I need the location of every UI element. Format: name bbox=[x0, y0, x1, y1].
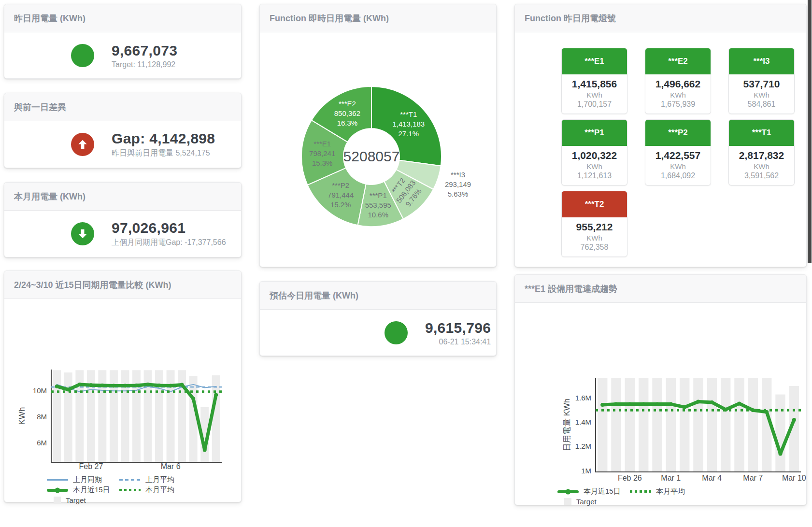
data-point bbox=[614, 402, 618, 406]
svg-text:791,444: 791,444 bbox=[328, 191, 354, 199]
y-axis-title: KWh bbox=[17, 407, 27, 425]
device-tile-grid: ***E11,415,856KWh1,700,157***E21,496,662… bbox=[561, 48, 806, 257]
legend-swatch bbox=[47, 479, 68, 481]
device-tile-unit: KWh bbox=[647, 162, 709, 171]
data-point bbox=[724, 408, 727, 412]
device-tile-P2: ***P21,422,557KWh1,684,092 bbox=[645, 119, 711, 185]
svg-text:553,595: 553,595 bbox=[365, 201, 391, 209]
x-tick-label: Mar 6 bbox=[161, 462, 181, 470]
legend-swatch bbox=[564, 498, 571, 505]
legend-item[interactable]: 本月近15日 bbox=[557, 487, 630, 496]
device-tile-body: 955,212KWh762,358 bbox=[562, 217, 627, 256]
device-tile-body: 1,415,856KWh1,700,157 bbox=[562, 74, 627, 114]
data-point bbox=[697, 400, 700, 404]
svg-text:***P2: ***P2 bbox=[332, 181, 349, 189]
legend-item[interactable]: 上月平均 bbox=[119, 475, 192, 484]
kpi-subtext: 上個月同期用電Gap: -17,377,566 bbox=[112, 238, 226, 248]
donut-slice-label: ***I3293,1495.63% bbox=[445, 171, 471, 198]
legend-label: Target bbox=[66, 496, 86, 504]
legend-item[interactable]: 本月平均 bbox=[119, 485, 192, 495]
device-tile-I3: ***I3537,710KWh584,861 bbox=[728, 48, 795, 114]
device-tile-target: 584,861 bbox=[731, 100, 792, 109]
data-point bbox=[157, 384, 161, 387]
device-tile-name: ***P1 bbox=[562, 120, 627, 146]
legend-swatch bbox=[119, 489, 141, 491]
card-title: 與前一日差異 bbox=[14, 101, 66, 113]
svg-text:15.2%: 15.2% bbox=[330, 200, 351, 209]
data-point bbox=[710, 400, 714, 404]
device-tile-E1: ***E11,415,856KWh1,700,157 bbox=[561, 48, 627, 114]
legend-item[interactable]: 上月同期 bbox=[47, 475, 119, 484]
status-circle-icon bbox=[385, 321, 408, 344]
data-point bbox=[123, 384, 127, 388]
e1-trend-line-chart: 1M1.2M1.4M1.6MFeb 26Mar 1Mar 4Mar 7Mar 1… bbox=[515, 303, 806, 483]
data-point bbox=[146, 383, 150, 386]
legend-item[interactable]: Target bbox=[47, 496, 119, 504]
legend-item[interactable]: 本月平均 bbox=[630, 487, 702, 496]
device-tile-target: 762,358 bbox=[564, 243, 625, 252]
data-point bbox=[169, 384, 172, 388]
legend-label: 上月平均 bbox=[145, 475, 174, 484]
device-tile-unit: KWh bbox=[564, 234, 625, 242]
data-point bbox=[779, 452, 783, 456]
data-point bbox=[628, 402, 632, 406]
svg-text:15.3%: 15.3% bbox=[312, 159, 333, 167]
card-day-gap: 與前一日差異 Gap: 4,142,898 昨日與前日用電量 5,524,175 bbox=[4, 93, 242, 168]
data-point bbox=[600, 403, 604, 407]
status-circle-icon bbox=[71, 44, 94, 67]
data-point bbox=[214, 393, 218, 397]
y-tick-label: 1.6M bbox=[575, 394, 591, 402]
target-bar bbox=[680, 378, 689, 472]
legend-item[interactable]: 本月近15日 bbox=[47, 485, 119, 495]
card-yesterday-usage: 昨日用電量 (KWh) 9,667,073 Target: 11,128,992 bbox=[4, 4, 242, 79]
legend-row: 上月同期上月平均 bbox=[47, 475, 241, 485]
device-tile-P1: ***P11,020,322KWh1,121,613 bbox=[561, 119, 627, 185]
data-point bbox=[641, 402, 645, 406]
target-bar bbox=[652, 378, 662, 472]
device-tile-value: 955,212 bbox=[564, 221, 625, 233]
svg-text:***E2: ***E2 bbox=[339, 100, 356, 108]
kpi-subtext: 昨日與前日用電量 5,524,175 bbox=[112, 148, 215, 158]
data-point bbox=[78, 383, 82, 386]
target-bar bbox=[775, 395, 785, 472]
legend-item[interactable]: Target bbox=[557, 498, 630, 506]
legend-label: 本月近15日 bbox=[73, 485, 110, 495]
legend-swatch bbox=[119, 479, 141, 481]
legend-swatch bbox=[557, 490, 579, 493]
kpi-value: 9,615,796 bbox=[425, 320, 491, 336]
card-title: Function 即時日用電量 (KWh) bbox=[270, 13, 389, 24]
scrollbar-thumb[interactable] bbox=[808, 0, 812, 263]
svg-text:***P1: ***P1 bbox=[370, 191, 387, 199]
data-point bbox=[191, 397, 195, 400]
device-tile-body: 537,710KWh584,861 bbox=[729, 74, 794, 114]
device-tile-T1: ***T12,817,832KWh3,591,562 bbox=[728, 119, 795, 185]
kpi-row: 9,615,796 06-21 15:34:41 bbox=[260, 310, 496, 356]
data-point bbox=[683, 405, 686, 409]
card-header: Function 即時日用電量 (KWh) bbox=[260, 4, 496, 32]
device-tile-name: ***T1 bbox=[729, 120, 794, 146]
svg-text:5.63%: 5.63% bbox=[448, 190, 469, 198]
target-bar bbox=[639, 378, 648, 472]
device-tile-target: 1,121,613 bbox=[564, 171, 625, 180]
energy-dashboard: 昨日用電量 (KWh) 9,667,073 Target: 11,128,992… bbox=[0, 0, 812, 527]
card-header: 本月用電量 (KWh) bbox=[4, 183, 241, 211]
y-tick-label: 1M bbox=[581, 467, 591, 475]
legend-label: Target bbox=[576, 498, 597, 506]
data-point bbox=[180, 383, 184, 386]
device-tile-unit: KWh bbox=[647, 91, 709, 99]
x-tick-label: Feb 27 bbox=[79, 462, 103, 470]
data-point bbox=[112, 384, 115, 388]
legend-row: Target bbox=[557, 497, 806, 507]
data-point bbox=[55, 385, 59, 388]
target-bar bbox=[707, 378, 717, 472]
legend-row: Target bbox=[47, 495, 241, 505]
card-month-usage: 本月用電量 (KWh) 97,026,961 上個月同期用電Gap: -17,3… bbox=[4, 182, 242, 257]
kpi-row: 9,667,073 Target: 11,128,992 bbox=[4, 32, 241, 79]
svg-text:293,149: 293,149 bbox=[445, 180, 471, 188]
y-tick-label: 1.4M bbox=[575, 418, 591, 426]
device-tile-unit: KWh bbox=[564, 91, 625, 99]
target-bar bbox=[625, 378, 635, 472]
device-tile-T2: ***T2955,212KWh762,358 bbox=[561, 191, 627, 257]
data-point bbox=[66, 388, 70, 392]
data-point bbox=[751, 408, 755, 412]
